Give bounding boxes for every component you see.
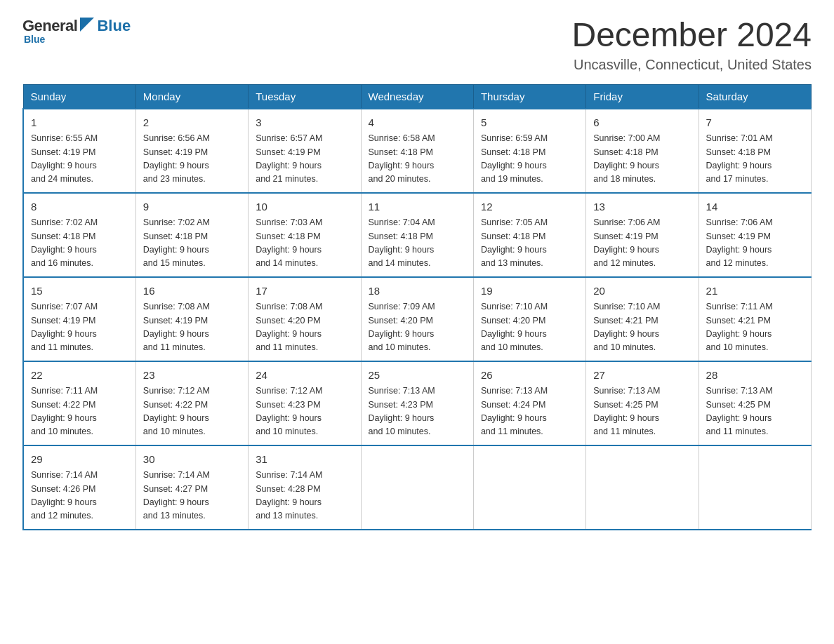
day-number: 4 <box>369 115 466 131</box>
calendar-week-row: 22Sunrise: 7:11 AMSunset: 4:22 PMDayligh… <box>23 361 812 445</box>
day-number: 10 <box>256 199 353 215</box>
logo-bottom-text: Blue <box>24 34 45 45</box>
day-number: 23 <box>143 368 241 384</box>
day-number: 21 <box>706 283 804 300</box>
day-info: Sunrise: 7:03 AMSunset: 4:18 PMDaylight:… <box>256 216 353 271</box>
calendar-cell: 21Sunrise: 7:11 AMSunset: 4:21 PMDayligh… <box>699 277 811 361</box>
day-number: 30 <box>143 452 241 468</box>
day-info: Sunrise: 7:13 AMSunset: 4:25 PMDaylight:… <box>706 384 804 439</box>
calendar-cell: 15Sunrise: 7:07 AMSunset: 4:19 PMDayligh… <box>23 277 135 361</box>
day-info: Sunrise: 7:10 AMSunset: 4:21 PMDaylight:… <box>593 300 691 355</box>
header-day-wednesday: Wednesday <box>361 84 473 109</box>
day-number: 22 <box>31 368 128 384</box>
calendar-body: 1Sunrise: 6:55 AMSunset: 4:19 PMDaylight… <box>23 109 812 530</box>
calendar-cell: 22Sunrise: 7:11 AMSunset: 4:22 PMDayligh… <box>23 361 135 445</box>
calendar-cell: 17Sunrise: 7:08 AMSunset: 4:20 PMDayligh… <box>249 277 361 361</box>
calendar-cell: 24Sunrise: 7:12 AMSunset: 4:23 PMDayligh… <box>249 361 361 445</box>
day-number: 18 <box>369 283 466 300</box>
day-info: Sunrise: 7:12 AMSunset: 4:22 PMDaylight:… <box>143 384 241 439</box>
day-info: Sunrise: 7:05 AMSunset: 4:18 PMDaylight:… <box>481 216 578 271</box>
calendar-cell: 18Sunrise: 7:09 AMSunset: 4:20 PMDayligh… <box>361 277 473 361</box>
day-number: 13 <box>593 199 691 215</box>
day-number: 26 <box>481 368 578 384</box>
day-info: Sunrise: 7:00 AMSunset: 4:18 PMDaylight:… <box>593 132 691 187</box>
day-number: 31 <box>256 452 353 468</box>
day-number: 14 <box>706 199 804 215</box>
calendar-cell: 1Sunrise: 6:55 AMSunset: 4:19 PMDaylight… <box>23 109 135 193</box>
calendar-cell: 5Sunrise: 6:59 AMSunset: 4:18 PMDaylight… <box>473 109 585 193</box>
day-info: Sunrise: 6:57 AMSunset: 4:19 PMDaylight:… <box>256 132 353 187</box>
day-info: Sunrise: 7:06 AMSunset: 4:19 PMDaylight:… <box>593 216 691 271</box>
day-number: 8 <box>31 199 128 215</box>
day-number: 29 <box>31 452 128 468</box>
day-number: 5 <box>481 115 578 131</box>
day-info: Sunrise: 6:59 AMSunset: 4:18 PMDaylight:… <box>481 132 578 187</box>
day-number: 20 <box>593 283 691 300</box>
day-number: 1 <box>31 115 128 131</box>
day-info: Sunrise: 6:55 AMSunset: 4:19 PMDaylight:… <box>31 132 128 187</box>
calendar-cell: 6Sunrise: 7:00 AMSunset: 4:18 PMDaylight… <box>586 109 699 193</box>
day-number: 6 <box>593 115 691 131</box>
day-number: 2 <box>143 115 241 131</box>
day-info: Sunrise: 7:13 AMSunset: 4:25 PMDaylight:… <box>593 384 691 439</box>
day-number: 3 <box>256 115 353 131</box>
day-number: 12 <box>481 199 578 215</box>
calendar-cell: 13Sunrise: 7:06 AMSunset: 4:19 PMDayligh… <box>586 193 699 277</box>
calendar-week-row: 1Sunrise: 6:55 AMSunset: 4:19 PMDaylight… <box>23 109 812 193</box>
day-info: Sunrise: 7:08 AMSunset: 4:19 PMDaylight:… <box>143 300 241 355</box>
header-day-sunday: Sunday <box>23 84 135 109</box>
calendar-cell: 14Sunrise: 7:06 AMSunset: 4:19 PMDayligh… <box>699 193 811 277</box>
day-number: 25 <box>369 368 466 384</box>
calendar-cell: 10Sunrise: 7:03 AMSunset: 4:18 PMDayligh… <box>249 193 361 277</box>
day-info: Sunrise: 7:13 AMSunset: 4:24 PMDaylight:… <box>481 384 578 439</box>
calendar-cell: 27Sunrise: 7:13 AMSunset: 4:25 PMDayligh… <box>586 361 699 445</box>
day-info: Sunrise: 7:08 AMSunset: 4:20 PMDaylight:… <box>256 300 353 355</box>
header-day-thursday: Thursday <box>473 84 585 109</box>
day-info: Sunrise: 7:02 AMSunset: 4:18 PMDaylight:… <box>143 216 241 271</box>
calendar-cell: 28Sunrise: 7:13 AMSunset: 4:25 PMDayligh… <box>699 361 811 445</box>
day-info: Sunrise: 6:58 AMSunset: 4:18 PMDaylight:… <box>369 132 466 187</box>
day-info: Sunrise: 7:10 AMSunset: 4:20 PMDaylight:… <box>481 300 578 355</box>
day-info: Sunrise: 7:14 AMSunset: 4:26 PMDaylight:… <box>31 469 128 523</box>
day-number: 19 <box>481 283 578 300</box>
calendar-cell <box>473 445 585 530</box>
day-info: Sunrise: 7:02 AMSunset: 4:18 PMDaylight:… <box>31 216 128 271</box>
calendar-cell: 31Sunrise: 7:14 AMSunset: 4:28 PMDayligh… <box>249 445 361 530</box>
day-info: Sunrise: 7:11 AMSunset: 4:21 PMDaylight:… <box>706 300 804 355</box>
day-info: Sunrise: 7:09 AMSunset: 4:20 PMDaylight:… <box>369 300 466 355</box>
calendar-week-row: 29Sunrise: 7:14 AMSunset: 4:26 PMDayligh… <box>23 445 812 530</box>
calendar-title: December 2024 <box>571 17 812 54</box>
calendar-cell: 2Sunrise: 6:56 AMSunset: 4:19 PMDaylight… <box>135 109 248 193</box>
calendar-cell <box>361 445 473 530</box>
calendar-cell: 4Sunrise: 6:58 AMSunset: 4:18 PMDaylight… <box>361 109 473 193</box>
header-day-friday: Friday <box>586 84 699 109</box>
header-day-monday: Monday <box>135 84 248 109</box>
calendar-cell: 3Sunrise: 6:57 AMSunset: 4:19 PMDaylight… <box>249 109 361 193</box>
calendar-cell: 25Sunrise: 7:13 AMSunset: 4:23 PMDayligh… <box>361 361 473 445</box>
header-row: SundayMondayTuesdayWednesdayThursdayFrid… <box>23 84 812 109</box>
day-info: Sunrise: 6:56 AMSunset: 4:19 PMDaylight:… <box>143 132 241 187</box>
calendar-cell <box>586 445 699 530</box>
day-number: 7 <box>706 115 804 131</box>
day-number: 11 <box>369 199 466 215</box>
day-number: 16 <box>143 283 241 300</box>
day-number: 17 <box>256 283 353 300</box>
day-info: Sunrise: 7:04 AMSunset: 4:18 PMDaylight:… <box>369 216 466 271</box>
day-info: Sunrise: 7:14 AMSunset: 4:28 PMDaylight:… <box>256 469 353 523</box>
calendar-week-row: 8Sunrise: 7:02 AMSunset: 4:18 PMDaylight… <box>23 193 812 277</box>
calendar-subtitle: Uncasville, Connecticut, United States <box>571 57 812 73</box>
calendar-week-row: 15Sunrise: 7:07 AMSunset: 4:19 PMDayligh… <box>23 277 812 361</box>
calendar-cell: 16Sunrise: 7:08 AMSunset: 4:19 PMDayligh… <box>135 277 248 361</box>
calendar-cell <box>699 445 811 530</box>
day-number: 24 <box>256 368 353 384</box>
calendar-cell: 26Sunrise: 7:13 AMSunset: 4:24 PMDayligh… <box>473 361 585 445</box>
day-info: Sunrise: 7:12 AMSunset: 4:23 PMDaylight:… <box>256 384 353 439</box>
page-header: General Blue Blue December 2024 Uncasvil… <box>22 17 812 73</box>
calendar-header: SundayMondayTuesdayWednesdayThursdayFrid… <box>23 84 812 109</box>
day-number: 27 <box>593 368 691 384</box>
day-info: Sunrise: 7:11 AMSunset: 4:22 PMDaylight:… <box>31 384 128 439</box>
calendar-cell: 12Sunrise: 7:05 AMSunset: 4:18 PMDayligh… <box>473 193 585 277</box>
calendar-cell: 23Sunrise: 7:12 AMSunset: 4:22 PMDayligh… <box>135 361 248 445</box>
header-day-saturday: Saturday <box>699 84 811 109</box>
day-number: 28 <box>706 368 804 384</box>
